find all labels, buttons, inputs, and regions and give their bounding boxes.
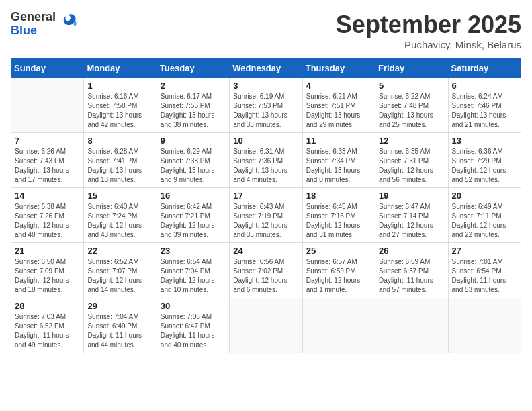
sunrise-label: Sunrise: 6:50 AM xyxy=(15,258,66,265)
daylight-label: Daylight: 12 hours and 56 minutes. xyxy=(379,167,433,183)
calendar-cell: 25 Sunrise: 6:57 AM Sunset: 6:59 PM Dayl… xyxy=(302,243,375,298)
day-number: 5 xyxy=(379,81,444,91)
daylight-label: Daylight: 12 hours and 10 minutes. xyxy=(161,277,215,293)
day-info: Sunrise: 6:33 AM Sunset: 7:34 PM Dayligh… xyxy=(306,147,371,185)
calendar-cell xyxy=(11,78,84,133)
daylight-label: Daylight: 13 hours and 13 minutes. xyxy=(87,167,142,183)
day-number: 8 xyxy=(87,136,152,146)
day-number: 12 xyxy=(379,136,444,146)
sunset-label: Sunset: 7:46 PM xyxy=(452,102,502,109)
sunrise-label: Sunrise: 6:26 AM xyxy=(15,148,66,155)
day-info: Sunrise: 6:28 AM Sunset: 7:41 PM Dayligh… xyxy=(87,147,152,185)
sunset-label: Sunset: 7:21 PM xyxy=(161,212,210,220)
calendar-cell: 23 Sunrise: 6:54 AM Sunset: 7:04 PM Dayl… xyxy=(157,243,229,298)
day-info: Sunrise: 6:49 AM Sunset: 7:11 PM Dayligh… xyxy=(452,202,517,240)
daylight-label: Daylight: 13 hours and 0 minutes. xyxy=(306,167,361,183)
logo-general: General xyxy=(11,11,56,24)
day-number: 21 xyxy=(15,246,80,256)
calendar-week-3: 14 Sunrise: 6:38 AM Sunset: 7:26 PM Dayl… xyxy=(11,188,521,243)
sunset-label: Sunset: 7:58 PM xyxy=(87,102,137,109)
daylight-label: Daylight: 12 hours and 18 minutes. xyxy=(15,277,69,293)
daylight-label: Daylight: 12 hours and 31 minutes. xyxy=(306,222,361,238)
sunset-label: Sunset: 6:57 PM xyxy=(379,267,429,275)
logo: General Blue xyxy=(11,11,79,38)
sunset-label: Sunset: 6:54 PM xyxy=(452,267,502,275)
daylight-label: Daylight: 12 hours and 39 minutes. xyxy=(161,222,215,238)
sunrise-label: Sunrise: 6:42 AM xyxy=(161,203,212,210)
day-info: Sunrise: 6:50 AM Sunset: 7:09 PM Dayligh… xyxy=(15,257,80,295)
daylight-label: Daylight: 12 hours and 1 minute. xyxy=(306,277,361,293)
day-info: Sunrise: 7:06 AM Sunset: 6:47 PM Dayligh… xyxy=(161,312,226,350)
day-info: Sunrise: 6:36 AM Sunset: 7:29 PM Dayligh… xyxy=(452,147,517,185)
calendar-cell: 22 Sunrise: 6:52 AM Sunset: 7:07 PM Dayl… xyxy=(84,243,157,298)
daylight-label: Daylight: 13 hours and 42 minutes. xyxy=(87,111,142,128)
calendar-cell: 18 Sunrise: 6:45 AM Sunset: 7:16 PM Dayl… xyxy=(302,188,375,243)
sunset-label: Sunset: 7:02 PM xyxy=(233,267,283,275)
day-number: 24 xyxy=(233,246,298,256)
sunrise-label: Sunrise: 6:17 AM xyxy=(161,93,212,100)
day-info: Sunrise: 6:31 AM Sunset: 7:36 PM Dayligh… xyxy=(233,147,298,185)
day-info: Sunrise: 6:24 AM Sunset: 7:46 PM Dayligh… xyxy=(452,92,517,130)
sunset-label: Sunset: 7:34 PM xyxy=(306,157,356,165)
calendar-cell: 28 Sunrise: 7:03 AM Sunset: 6:52 PM Dayl… xyxy=(11,298,84,353)
sunset-label: Sunset: 7:38 PM xyxy=(161,157,210,165)
calendar-cell: 13 Sunrise: 6:36 AM Sunset: 7:29 PM Dayl… xyxy=(448,133,521,188)
logo-text: General Blue xyxy=(11,11,56,38)
sunrise-label: Sunrise: 6:29 AM xyxy=(161,148,212,155)
calendar-cell: 27 Sunrise: 7:01 AM Sunset: 6:54 PM Dayl… xyxy=(448,243,521,298)
daylight-label: Daylight: 11 hours and 44 minutes. xyxy=(87,332,142,349)
calendar-week-1: 1 Sunrise: 6:16 AM Sunset: 7:58 PM Dayli… xyxy=(11,78,521,133)
calendar-cell xyxy=(230,298,302,353)
sunset-label: Sunset: 7:26 PM xyxy=(15,212,64,220)
col-header-wednesday: Wednesday xyxy=(230,59,302,78)
day-number: 26 xyxy=(379,246,444,256)
daylight-label: Daylight: 13 hours and 38 minutes. xyxy=(161,111,215,128)
sunset-label: Sunset: 6:59 PM xyxy=(306,267,356,275)
sunset-label: Sunset: 6:49 PM xyxy=(87,322,137,330)
day-number: 16 xyxy=(161,191,226,201)
sunset-label: Sunset: 7:19 PM xyxy=(233,212,283,220)
daylight-label: Daylight: 11 hours and 49 minutes. xyxy=(15,332,69,349)
sunset-label: Sunset: 7:29 PM xyxy=(452,157,502,165)
day-number: 3 xyxy=(233,81,298,91)
calendar-cell: 17 Sunrise: 6:43 AM Sunset: 7:19 PM Dayl… xyxy=(230,188,302,243)
day-info: Sunrise: 6:57 AM Sunset: 6:59 PM Dayligh… xyxy=(306,257,371,295)
calendar-cell: 1 Sunrise: 6:16 AM Sunset: 7:58 PM Dayli… xyxy=(84,78,157,133)
sunrise-label: Sunrise: 6:22 AM xyxy=(379,93,430,100)
sunset-label: Sunset: 6:52 PM xyxy=(15,322,64,330)
day-info: Sunrise: 6:19 AM Sunset: 7:53 PM Dayligh… xyxy=(233,92,298,130)
title-area: September 2025 Puchavicy, Minsk, Belarus xyxy=(336,11,521,50)
day-number: 14 xyxy=(15,191,80,201)
daylight-label: Daylight: 12 hours and 35 minutes. xyxy=(233,222,287,238)
sunset-label: Sunset: 7:11 PM xyxy=(452,212,502,220)
day-number: 15 xyxy=(87,191,152,201)
daylight-label: Daylight: 13 hours and 29 minutes. xyxy=(306,111,361,128)
calendar-cell: 24 Sunrise: 6:56 AM Sunset: 7:02 PM Dayl… xyxy=(230,243,302,298)
day-info: Sunrise: 6:42 AM Sunset: 7:21 PM Dayligh… xyxy=(161,202,226,240)
sunset-label: Sunset: 7:16 PM xyxy=(306,212,356,220)
calendar-cell xyxy=(448,298,521,353)
day-info: Sunrise: 6:59 AM Sunset: 6:57 PM Dayligh… xyxy=(379,257,444,295)
sunrise-label: Sunrise: 6:40 AM xyxy=(87,203,138,210)
sunrise-label: Sunrise: 6:38 AM xyxy=(15,203,66,210)
calendar-week-2: 7 Sunrise: 6:26 AM Sunset: 7:43 PM Dayli… xyxy=(11,133,521,188)
sunrise-label: Sunrise: 7:04 AM xyxy=(87,313,138,320)
sunset-label: Sunset: 7:55 PM xyxy=(161,102,210,109)
calendar-cell: 11 Sunrise: 6:33 AM Sunset: 7:34 PM Dayl… xyxy=(302,133,375,188)
calendar-cell: 26 Sunrise: 6:59 AM Sunset: 6:57 PM Dayl… xyxy=(375,243,448,298)
calendar-week-4: 21 Sunrise: 6:50 AM Sunset: 7:09 PM Dayl… xyxy=(11,243,521,298)
day-number: 9 xyxy=(161,136,226,146)
daylight-label: Daylight: 12 hours and 22 minutes. xyxy=(452,222,506,238)
day-info: Sunrise: 6:45 AM Sunset: 7:16 PM Dayligh… xyxy=(306,202,371,240)
sunset-label: Sunset: 7:53 PM xyxy=(233,102,283,109)
sunrise-label: Sunrise: 6:57 AM xyxy=(306,258,357,265)
calendar-cell: 30 Sunrise: 7:06 AM Sunset: 6:47 PM Dayl… xyxy=(157,298,229,353)
daylight-label: Daylight: 13 hours and 21 minutes. xyxy=(452,111,506,128)
calendar-cell: 8 Sunrise: 6:28 AM Sunset: 7:41 PM Dayli… xyxy=(84,133,157,188)
day-info: Sunrise: 6:17 AM Sunset: 7:55 PM Dayligh… xyxy=(161,92,226,130)
sunset-label: Sunset: 7:51 PM xyxy=(306,102,356,109)
calendar-cell: 7 Sunrise: 6:26 AM Sunset: 7:43 PM Dayli… xyxy=(11,133,84,188)
day-info: Sunrise: 6:22 AM Sunset: 7:48 PM Dayligh… xyxy=(379,92,444,130)
calendar-cell: 12 Sunrise: 6:35 AM Sunset: 7:31 PM Dayl… xyxy=(375,133,448,188)
day-number: 23 xyxy=(161,246,226,256)
